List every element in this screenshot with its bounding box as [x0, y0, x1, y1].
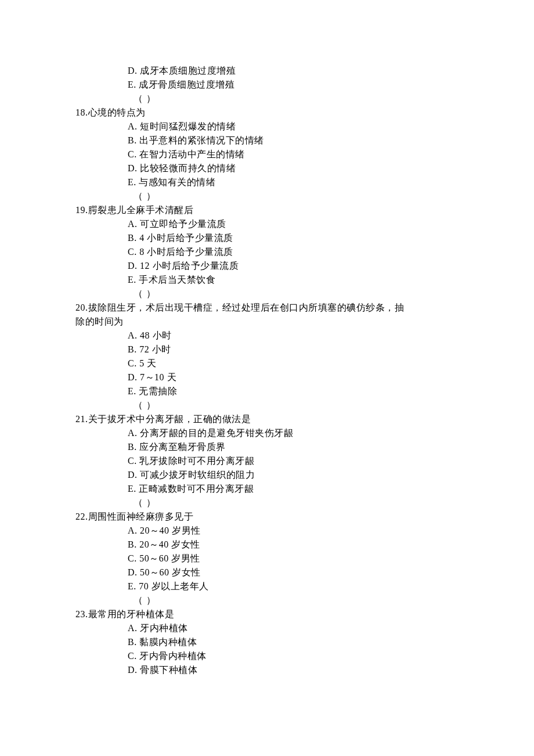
q23-option-A: A. 牙内种植体 [75, 621, 459, 635]
answer-blank: （ ） [75, 398, 459, 412]
answer-blank: （ ） [75, 189, 459, 203]
q21-option-D: D. 可减少拔牙时软组织的阻力 [75, 468, 459, 482]
q19-option-D: D. 12 小时后给予少量流质 [75, 259, 459, 273]
exam-page: D. 成牙本质细胞过度增殖 E. 成牙骨质细胞过度增殖 （ ） 18.心境的特点… [0, 0, 534, 756]
option-letter: D. [128, 470, 138, 480]
option-text: 8 小时后给予少量流质 [139, 247, 233, 257]
option-letter: D. [128, 261, 138, 271]
option-letter: D. [128, 567, 138, 577]
option-E: E. 成牙骨质细胞过度增殖 [75, 78, 459, 92]
q20-text-line1: 拔除阻生牙，术后出现干槽症，经过处理后在创口内所填塞的碘仿纱条，抽 [88, 303, 405, 312]
option-text: 70 岁以上老年人 [139, 581, 209, 591]
option-text: 50～60 岁男性 [139, 553, 200, 563]
q21-option-C: C. 乳牙拔除时可不用分离牙龈 [75, 454, 459, 468]
q18-option-D: D. 比较轻微而持久的情绪 [75, 161, 459, 175]
answer-blank: （ ） [75, 496, 459, 510]
option-letter: A. [128, 121, 138, 131]
q18-option-B: B. 出乎意料的紧张情况下的情绪 [75, 134, 459, 147]
q23-option-C: C. 牙内骨内种植体 [75, 649, 459, 663]
question-21: 21.关于拔牙术中分离牙龈，正确的做法是 [75, 412, 459, 426]
option-text: 7～10 天 [140, 372, 176, 382]
option-letter: D. [128, 163, 138, 173]
option-text-D: 成牙本质细胞过度增殖 [140, 66, 236, 75]
q23-option-B: B. 黏膜内种植体 [75, 635, 459, 649]
q19-option-E: E. 手术后当天禁饮食 [75, 273, 459, 287]
question-23: 23.最常用的牙种植体是 [75, 607, 459, 621]
option-letter: D. [128, 372, 138, 382]
q23-num: 23. [75, 609, 88, 619]
q22-option-D: D. 50～60 岁女性 [75, 566, 459, 579]
q23-text: 最常用的牙种植体是 [88, 609, 175, 619]
option-text: 5 天 [139, 358, 157, 368]
option-letter: E. [128, 177, 136, 187]
option-letter: B. [128, 233, 137, 243]
option-text: 可立即给予少量流质 [140, 219, 226, 229]
option-text: 72 小时 [139, 344, 171, 354]
option-letter-D: D. [128, 66, 138, 75]
q19-text: 腭裂患儿全麻手术清醒后 [88, 205, 194, 215]
option-letter: A. [128, 525, 138, 535]
option-letter: C. [128, 456, 137, 466]
q19-option-A: A. 可立即给予少量流质 [75, 217, 459, 231]
question-19: 19.腭裂患儿全麻手术清醒后 [75, 203, 459, 217]
q23-option-D: D. 骨膜下种植体 [75, 663, 459, 677]
q21-option-E: E. 正畸减数时可不用分离牙龈 [75, 482, 459, 496]
q19-option-B: B. 4 小时后给予少量流质 [75, 231, 459, 245]
option-letter: E. [128, 484, 136, 494]
q19-option-C: C. 8 小时后给予少量流质 [75, 245, 459, 259]
q22-text: 周围性面神经麻痹多见于 [88, 512, 194, 521]
q18-num: 18. [75, 107, 88, 117]
option-letter: A. [128, 330, 138, 340]
option-text: 正畸减数时可不用分离牙龈 [139, 484, 254, 494]
option-letter: E. [128, 275, 136, 285]
q21-option-B: B. 应分离至釉牙骨质界 [75, 440, 459, 454]
answer-blank: （ ） [75, 92, 459, 106]
option-text: 乳牙拔除时可不用分离牙龈 [139, 456, 254, 466]
q20-text-line2: 除的时间为 [75, 315, 459, 329]
option-text: 与感知有关的情绪 [139, 177, 215, 187]
option-text: 12 小时后给予少量流质 [140, 261, 239, 271]
q20-option-B: B. 72 小时 [75, 343, 459, 357]
option-letter: A. [128, 428, 138, 438]
option-letter: C. [128, 553, 137, 563]
option-text: 黏膜内种植体 [139, 637, 197, 647]
q22-option-A: A. 20～40 岁男性 [75, 524, 459, 538]
option-letter: A. [128, 219, 138, 229]
option-text: 应分离至釉牙骨质界 [139, 442, 226, 452]
q21-text: 关于拔牙术中分离牙龈，正确的做法是 [88, 414, 251, 424]
option-text: 20～40 岁女性 [139, 539, 200, 549]
question-20: 20.拔除阻生牙，术后出现干槽症，经过处理后在创口内所填塞的碘仿纱条，抽 [75, 301, 459, 315]
option-letter: E. [128, 581, 136, 591]
option-text: 分离牙龈的目的是避免牙钳夹伤牙龈 [140, 428, 293, 438]
q20-num: 20. [75, 303, 88, 312]
option-text: 牙内骨内种植体 [139, 651, 207, 661]
answer-blank: （ ） [75, 287, 459, 301]
option-text: 比较轻微而持久的情绪 [140, 163, 236, 173]
option-text: 可减少拔牙时软组织的阻力 [140, 470, 255, 480]
option-text: 50～60 岁女性 [140, 567, 201, 577]
question-18: 18.心境的特点为 [75, 106, 459, 120]
option-text: 出乎意料的紧张情况下的情绪 [139, 135, 264, 145]
option-letter: C. [128, 358, 137, 368]
q18-option-C: C. 在智力活动中产生的情绪 [75, 147, 459, 161]
option-letter: B. [128, 442, 137, 452]
option-text: 20～40 岁男性 [140, 525, 201, 535]
option-text: 在智力活动中产生的情绪 [139, 149, 245, 159]
q18-option-E: E. 与感知有关的情绪 [75, 175, 459, 189]
option-letter: C. [128, 149, 137, 159]
answer-blank: （ ） [75, 593, 459, 607]
q21-num: 21. [75, 414, 88, 424]
q18-option-A: A. 短时间猛烈爆发的情绪 [75, 120, 459, 134]
q22-option-B: B. 20～40 岁女性 [75, 538, 459, 552]
q20-option-E: E. 无需抽除 [75, 384, 459, 398]
option-text: 手术后当天禁饮食 [139, 275, 215, 285]
option-letter: A. [128, 623, 138, 633]
option-letter: B. [128, 344, 137, 354]
q20-option-D: D. 7～10 天 [75, 370, 459, 384]
option-letter: D. [128, 665, 138, 675]
option-letter: E. [128, 386, 136, 396]
option-text: 48 小时 [140, 330, 172, 340]
option-text-E: 成牙骨质细胞过度增殖 [139, 80, 234, 89]
q22-num: 22. [75, 512, 88, 521]
q18-text: 心境的特点为 [88, 107, 146, 117]
